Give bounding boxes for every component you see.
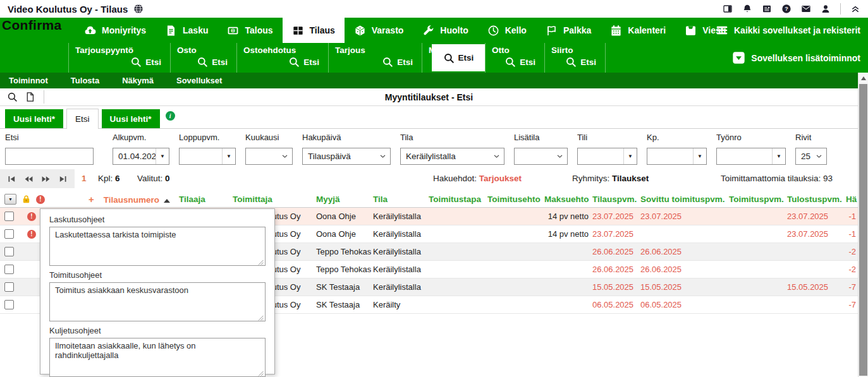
subnav-etsi-button-osto[interactable]: Etsi — [176, 56, 231, 68]
lock-icon[interactable] — [21, 194, 31, 204]
subnav-etsi-button-siirto[interactable]: Etsi — [550, 56, 600, 68]
row-checkbox[interactable] — [4, 247, 14, 256]
column-header-sel: ▼! — [0, 191, 85, 208]
nav-app-kello[interactable]: Kello — [478, 18, 536, 43]
column-header-myyja[interactable]: Myyjä — [314, 191, 371, 208]
filter-select-hakupaiva[interactable]: Tilauspäivä — [302, 148, 391, 165]
row-checkbox[interactable] — [4, 265, 14, 274]
row-checkbox[interactable] — [4, 212, 14, 221]
filter-select-tila[interactable]: Keräilylistalla — [400, 148, 504, 165]
filter-select-lisatila[interactable] — [514, 148, 568, 165]
dropdown-arrow-icon[interactable]: ▼ — [693, 148, 706, 164]
tab-uusi-lehti-2[interactable]: Uusi lehti* — [102, 109, 160, 128]
subnav-label-tarjouspyynto[interactable]: Tarjouspyyntö — [74, 45, 165, 55]
dropdown-arrow-icon[interactable]: ▼ — [156, 148, 169, 164]
filter-combo-tili[interactable]: ▼ — [577, 148, 637, 165]
subnav-label-siirto[interactable]: Siirto — [550, 45, 600, 55]
column-header-toimituspvm[interactable]: Toimituspvm. — [727, 191, 785, 208]
subnav-label-ostoehdotus[interactable]: Ostoehdotus — [242, 45, 323, 55]
subnav-etsi-button-tarjous[interactable]: Etsi — [334, 56, 417, 68]
filter-combo-tyonro[interactable]: ▼ — [716, 148, 786, 165]
row-checkbox[interactable] — [4, 300, 14, 309]
column-header-toimitusehto[interactable]: Toimitusehto — [486, 191, 542, 208]
column-header-sovittu[interactable]: Sovittu toimituspvm. — [639, 191, 727, 208]
toimitusohjeet-textarea[interactable] — [49, 282, 266, 321]
next-page-button[interactable] — [40, 174, 51, 184]
new-document-icon[interactable] — [25, 92, 35, 102]
tab-uusi-lehti-0[interactable]: Uusi lehti* — [5, 109, 63, 128]
subnav-etsi-label: Etsi — [580, 57, 596, 67]
cell-tila: Keräilylistalla — [371, 261, 427, 278]
vertical-scrollbar[interactable] — [858, 73, 868, 377]
column-header-tila[interactable]: Tila — [371, 191, 427, 208]
kuljetusohjeet-textarea[interactable] — [49, 338, 266, 377]
alert-icon[interactable]: ! — [27, 230, 36, 239]
user-icon[interactable] — [821, 4, 831, 14]
laskutusohjeet-textarea[interactable] — [49, 227, 266, 266]
column-header-toimitustapa[interactable]: Toimitustapa — [427, 191, 486, 208]
dropdown-arrow-icon[interactable]: ▼ — [623, 148, 637, 164]
menu-sovellukset[interactable]: Sovellukset — [176, 76, 222, 85]
first-page-button[interactable] — [6, 174, 17, 184]
page-number[interactable]: 1 — [82, 174, 87, 183]
dropdown-arrow-icon[interactable]: ▼ — [772, 148, 785, 164]
menu-tulosta[interactable]: Tulosta — [71, 76, 99, 85]
news-icon[interactable] — [762, 4, 772, 14]
nav-app-varasto[interactable]: Varasto — [345, 18, 413, 43]
menu-toiminnot[interactable]: Toiminnot — [9, 76, 48, 85]
nav-app-kalenteri[interactable]: Kalenteri — [601, 18, 675, 43]
bell-icon[interactable] — [742, 4, 752, 14]
filter-combo-alkupvm[interactable]: 01.04.2025▼ — [113, 148, 169, 165]
alert-icon[interactable]: ! — [27, 212, 36, 221]
nav-app-label: Tilaus — [310, 25, 335, 35]
column-header-tilauspvm[interactable]: Tilauspvm. — [590, 191, 639, 208]
scrollbar-thumb[interactable] — [859, 84, 867, 376]
subnav-label-osto[interactable]: Osto — [176, 45, 231, 55]
search-criteria-value[interactable]: Tarjoukset — [479, 174, 522, 183]
dropdown-arrow-icon[interactable]: ▼ — [222, 148, 235, 164]
menu-nakyma[interactable]: Näkymä — [122, 76, 154, 85]
subnav-etsi-button-myynti[interactable]: Etsi — [432, 44, 485, 71]
mail-icon[interactable] — [801, 4, 811, 14]
select-all-dropdown-icon[interactable]: ▼ — [4, 194, 16, 205]
globe-icon — [133, 4, 144, 14]
subnav-etsi-button-otto[interactable]: Etsi — [491, 56, 539, 68]
subnav-etsi-button-tarjouspyynto[interactable]: Etsi — [74, 56, 165, 68]
nav-app-tilaus[interactable]: Tilaus — [283, 18, 345, 43]
column-header-tulostuspvm[interactable]: Tulostuspvm. — [785, 191, 844, 208]
help-icon[interactable]: ? — [781, 4, 792, 14]
info-icon[interactable]: i — [166, 111, 175, 121]
scroll-up-arrow-icon[interactable] — [859, 73, 868, 83]
subnav-label-tarjous[interactable]: Tarjous — [334, 45, 417, 55]
add-column-icon[interactable]: + — [89, 194, 94, 205]
column-header-toimittaja[interactable]: Toimittaja — [231, 191, 314, 208]
column-header-tilaaja[interactable]: Tilaaja — [177, 191, 231, 208]
window-panel-icon[interactable] — [723, 4, 733, 14]
nav-app-talous[interactable]: 0Talous — [217, 18, 282, 43]
app-extra-functions-button[interactable]: Sovelluksen lisätoiminnot — [732, 43, 860, 73]
tab-etsi-1[interactable]: Etsi — [66, 109, 99, 129]
alert-icon[interactable]: ! — [36, 195, 45, 204]
filter-select-kuukausi[interactable] — [245, 148, 293, 165]
filter-input-etsi[interactable] — [5, 148, 94, 165]
row-checkbox[interactable] — [4, 282, 14, 292]
column-header-maksuehto[interactable]: Maksuehto — [542, 191, 590, 208]
wrench-icon — [422, 25, 434, 37]
last-page-button[interactable] — [58, 174, 68, 184]
column-header-halytys[interactable]: Hä — [844, 191, 858, 208]
subnav-etsi-button-ostoehdotus[interactable]: Etsi — [242, 56, 323, 68]
collapse-icon[interactable] — [850, 4, 860, 14]
subnav-label-otto[interactable]: Otto — [491, 45, 539, 55]
column-header-tilausnumero[interactable]: +Tilausnumero — [85, 191, 177, 208]
search-icon[interactable] — [7, 92, 18, 102]
nav-app-moniyritys[interactable]: Moniyritys — [75, 18, 156, 43]
nav-app-huolto[interactable]: Huolto — [413, 18, 477, 43]
row-checkbox[interactable] — [4, 229, 14, 239]
nav-app-lasku[interactable]: Lasku — [156, 18, 217, 43]
previous-page-button[interactable] — [23, 174, 34, 184]
filter-select-rivit[interactable]: 25 — [795, 148, 827, 165]
nav-app-palkka[interactable]: Palkka — [536, 18, 601, 43]
filter-combo-loppupvm[interactable]: ▼ — [179, 148, 236, 165]
all-apps-button[interactable]: Kaikki sovellukset ja rekisterit — [716, 18, 860, 43]
filter-combo-kp[interactable]: ▼ — [647, 148, 707, 165]
